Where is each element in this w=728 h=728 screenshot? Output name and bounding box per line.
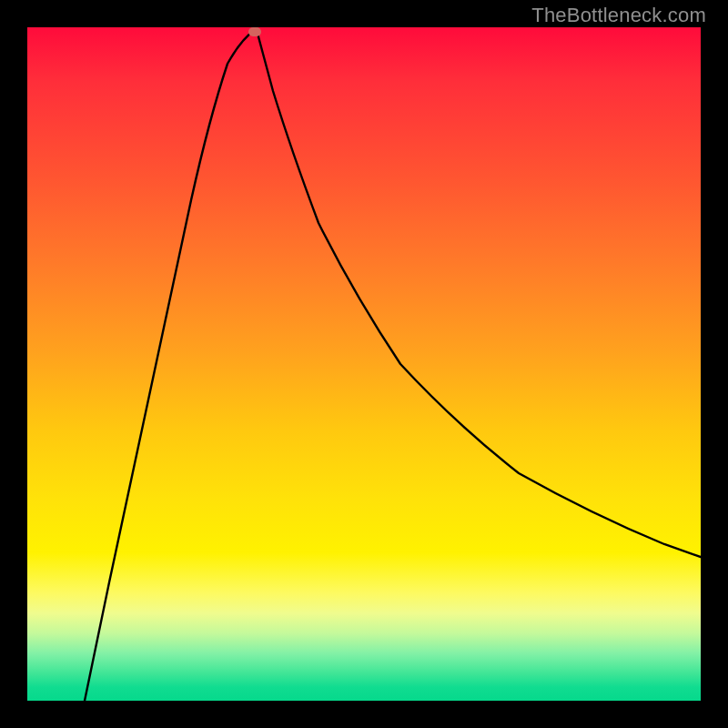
chart-frame: TheBottleneck.com [0, 0, 728, 728]
curve-right-branch [257, 30, 701, 557]
optimum-marker [248, 27, 261, 36]
plot-area [27, 27, 701, 701]
watermark-text: TheBottleneck.com [531, 4, 706, 27]
curve-left-branch [85, 30, 255, 701]
bottleneck-curve [27, 27, 701, 701]
